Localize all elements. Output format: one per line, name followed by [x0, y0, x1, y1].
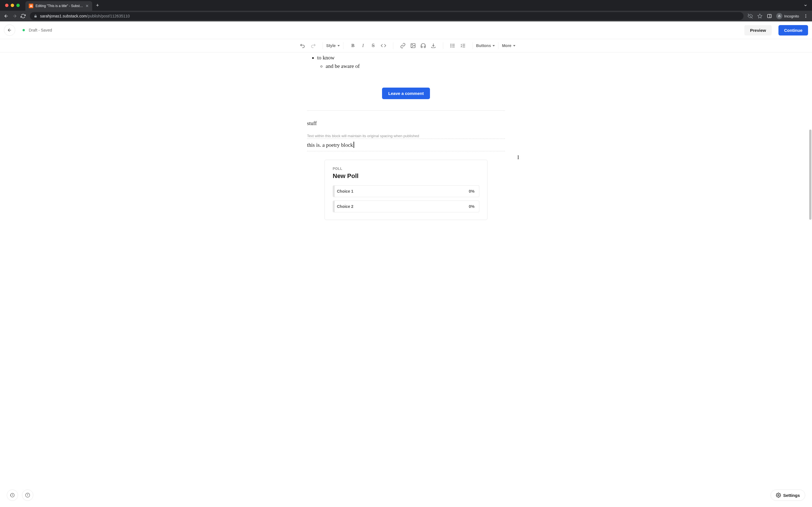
- link-icon[interactable]: [398, 41, 407, 50]
- tabs-dropdown-icon[interactable]: [804, 3, 808, 7]
- editor-toolbar: Style B I S Buttons: [0, 39, 812, 52]
- continue-button[interactable]: Continue: [778, 25, 808, 36]
- url-bar[interactable]: sarahjonas1.substack.com/publish/post/11…: [30, 12, 744, 20]
- list-item[interactable]: to know and be aware of: [317, 54, 505, 71]
- poll-choice-percent: 0%: [469, 189, 474, 193]
- browser-chrome: Editing "This is a title" - Subst… ✕ + s…: [0, 0, 812, 21]
- svg-point-3: [806, 14, 806, 15]
- eye-off-icon[interactable]: [748, 13, 753, 19]
- poll-choice-label: Choice 1: [337, 189, 353, 193]
- tab-bar: Editing "This is a title" - Subst… ✕ +: [0, 0, 812, 11]
- maximize-window-button[interactable]: [16, 4, 20, 7]
- svg-rect-0: [767, 14, 771, 18]
- svg-point-11: [451, 44, 451, 45]
- bold-icon[interactable]: B: [349, 41, 357, 50]
- text-caret-cursor: I: [517, 154, 519, 161]
- buttons-dropdown[interactable]: Buttons: [474, 43, 497, 48]
- bullet-list-icon[interactable]: [448, 41, 457, 50]
- window-controls: [5, 4, 20, 7]
- divider: [307, 110, 505, 111]
- editor-header: Draft - Saved Preview Continue: [0, 21, 812, 39]
- preview-button[interactable]: Preview: [744, 25, 772, 36]
- bullet-list[interactable]: to know and be aware of: [307, 54, 505, 71]
- svg-point-4: [806, 16, 806, 17]
- incognito-icon: [776, 13, 782, 19]
- poll-block[interactable]: POLL New Poll Choice 1 0% Choice 2 0%: [324, 160, 488, 220]
- ordered-list-icon[interactable]: [458, 41, 467, 50]
- leave-comment-button[interactable]: Leave a comment: [382, 88, 430, 99]
- code-icon[interactable]: [379, 41, 388, 50]
- svg-point-1: [778, 16, 779, 17]
- poll-choice-percent: 0%: [469, 204, 474, 209]
- image-icon[interactable]: [409, 41, 417, 50]
- lock-icon: [34, 14, 37, 18]
- nav-back-icon[interactable]: [3, 13, 9, 19]
- paragraph-text[interactable]: stuff: [307, 120, 505, 126]
- poetry-block[interactable]: this is. a poetry block I: [307, 138, 505, 151]
- poetry-block-hint: Text within this block will maintain its…: [307, 134, 505, 138]
- nav-forward-icon[interactable]: [12, 13, 17, 19]
- redo-icon[interactable]: [308, 41, 317, 50]
- address-bar: sarahjonas1.substack.com/publish/post/11…: [0, 11, 812, 21]
- url-text: sarahjonas1.substack.com/publish/post/11…: [40, 14, 130, 18]
- save-status-text: Draft - Saved: [29, 28, 52, 33]
- chevron-down-icon: [338, 45, 340, 47]
- svg-point-13: [451, 47, 451, 47]
- close-window-button[interactable]: [5, 4, 8, 7]
- text-cursor: [354, 142, 354, 148]
- reload-icon[interactable]: [20, 13, 26, 19]
- editor-content[interactable]: to know and be aware of Leave a comment …: [307, 52, 505, 220]
- audio-icon[interactable]: [419, 41, 428, 50]
- more-dropdown[interactable]: More: [500, 43, 517, 48]
- svg-point-7: [412, 45, 412, 45]
- star-icon[interactable]: [757, 13, 763, 19]
- browser-tab[interactable]: Editing "This is a title" - Subst… ✕: [26, 1, 92, 11]
- minimize-window-button[interactable]: [11, 4, 14, 7]
- kebab-menu-icon[interactable]: [803, 13, 809, 19]
- chevron-down-icon: [513, 45, 515, 47]
- substack-favicon: [29, 4, 33, 8]
- poll-label: POLL: [333, 167, 479, 171]
- svg-point-2: [779, 16, 781, 17]
- list-item[interactable]: and be aware of: [326, 62, 505, 70]
- italic-icon[interactable]: I: [359, 41, 368, 50]
- close-tab-icon[interactable]: ✕: [86, 4, 89, 8]
- back-button[interactable]: [4, 24, 15, 36]
- svg-point-12: [451, 45, 451, 46]
- chevron-down-icon: [493, 45, 495, 47]
- save-status-dot: [22, 29, 25, 31]
- panel-icon[interactable]: [767, 13, 772, 19]
- scrollbar[interactable]: [809, 129, 811, 220]
- strikethrough-icon[interactable]: S: [369, 41, 378, 50]
- incognito-badge[interactable]: Incognito: [776, 13, 799, 19]
- poll-choice[interactable]: Choice 2 0%: [333, 201, 479, 212]
- style-dropdown[interactable]: Style: [324, 43, 341, 48]
- poll-choice[interactable]: Choice 1 0%: [333, 185, 479, 197]
- nested-list[interactable]: and be aware of: [326, 62, 505, 70]
- new-tab-button[interactable]: +: [96, 3, 99, 8]
- embed-icon[interactable]: [429, 41, 438, 50]
- svg-point-5: [806, 17, 806, 18]
- undo-icon[interactable]: [298, 41, 307, 50]
- tab-title: Editing "This is a title" - Subst…: [36, 4, 83, 8]
- poll-title[interactable]: New Poll: [333, 172, 479, 180]
- poll-choice-label: Choice 2: [337, 204, 353, 209]
